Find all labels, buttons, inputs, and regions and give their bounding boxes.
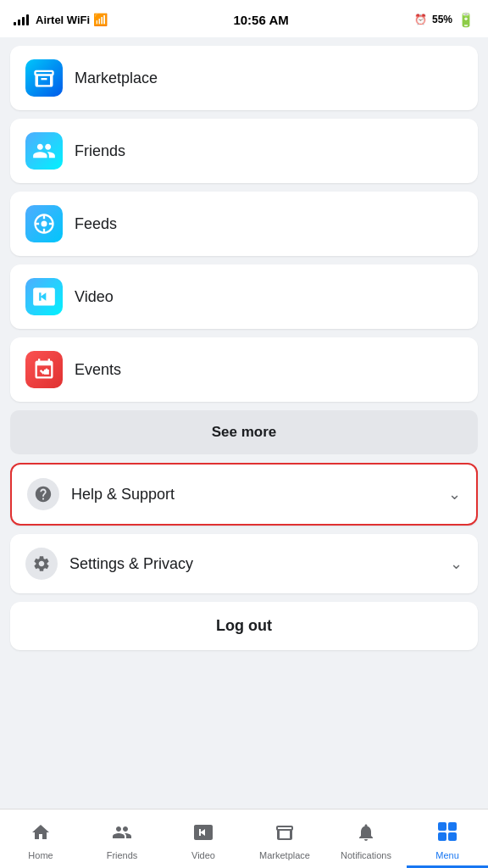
settings-privacy-item[interactable]: Settings & Privacy ⌄ — [10, 534, 478, 593]
events-label: Events — [75, 361, 121, 379]
status-right: ⏰ 55% 🔋 — [414, 12, 474, 28]
menu-item-feeds[interactable]: Feeds — [10, 192, 478, 256]
wifi-icon: 📶 — [93, 13, 108, 26]
menu-nav-icon — [436, 821, 458, 848]
menu-item-video[interactable]: Video — [10, 264, 478, 329]
carrier-label: Airtel WiFi — [36, 14, 90, 26]
friends-label: Friends — [75, 142, 125, 160]
marketplace-icon — [25, 59, 63, 97]
svg-rect-1 — [438, 822, 446, 831]
friends-nav-icon — [112, 822, 132, 848]
notifications-nav-label: Notifications — [341, 850, 391, 860]
see-more-button[interactable]: See more — [10, 410, 478, 454]
feeds-label: Feeds — [75, 215, 117, 233]
nav-item-menu[interactable]: Menu — [407, 810, 488, 868]
help-support-item[interactable]: Help & Support ⌄ — [10, 463, 478, 526]
feeds-svg — [32, 212, 56, 236]
friends-svg — [32, 139, 56, 163]
events-svg — [32, 358, 56, 381]
feeds-icon — [25, 205, 63, 242]
signal-bars — [14, 14, 29, 25]
marketplace-nav-icon — [274, 822, 295, 848]
main-content: Marketplace Friends Feeds Video — [0, 37, 488, 809]
battery-icon: 🔋 — [458, 12, 474, 28]
bottom-nav: Home Friends Video Marketplace — [0, 809, 488, 868]
menu-nav-label: Menu — [435, 850, 459, 860]
svg-rect-2 — [448, 822, 457, 831]
events-icon — [25, 351, 63, 388]
time-display: 10:56 AM — [233, 13, 288, 27]
nav-item-video[interactable]: Video — [163, 810, 244, 868]
notifications-nav-icon — [356, 822, 376, 848]
logout-label: Log out — [216, 617, 272, 634]
settings-privacy-label: Settings & Privacy — [69, 555, 438, 573]
marketplace-label: Marketplace — [75, 70, 158, 87]
marketplace-svg — [32, 66, 56, 90]
status-bar: Airtel WiFi 📶 10:56 AM ⏰ 55% 🔋 — [0, 0, 488, 37]
video-icon — [25, 278, 63, 315]
svg-rect-3 — [438, 832, 446, 841]
video-label: Video — [75, 288, 114, 306]
status-left: Airtel WiFi 📶 — [14, 13, 108, 26]
settings-chevron-icon: ⌄ — [450, 554, 463, 573]
svg-point-0 — [42, 221, 47, 227]
menu-item-marketplace[interactable]: Marketplace — [10, 46, 478, 110]
video-nav-icon — [193, 822, 214, 848]
home-nav-label: Home — [28, 850, 53, 860]
settings-icon — [25, 548, 58, 580]
nav-item-notifications[interactable]: Notifications — [325, 810, 407, 868]
svg-rect-4 — [448, 832, 457, 841]
friends-nav-label: Friends — [107, 850, 138, 860]
nav-item-home[interactable]: Home — [0, 810, 81, 868]
menu-item-friends[interactable]: Friends — [10, 119, 478, 183]
help-chevron-icon: ⌄ — [448, 485, 461, 504]
battery-percent: 55% — [432, 14, 452, 25]
home-icon — [30, 822, 51, 848]
logout-button[interactable]: Log out — [10, 602, 478, 650]
help-support-label: Help & Support — [71, 486, 436, 504]
video-nav-label: Video — [191, 850, 215, 860]
video-svg — [32, 285, 56, 309]
marketplace-nav-label: Marketplace — [259, 850, 310, 860]
nav-item-marketplace[interactable]: Marketplace — [244, 810, 325, 868]
see-more-label: See more — [212, 424, 277, 440]
nav-item-friends[interactable]: Friends — [81, 810, 163, 868]
menu-item-events[interactable]: Events — [10, 337, 478, 402]
help-icon — [27, 478, 59, 510]
alarm-icon: ⏰ — [414, 14, 427, 25]
friends-icon — [25, 132, 63, 170]
